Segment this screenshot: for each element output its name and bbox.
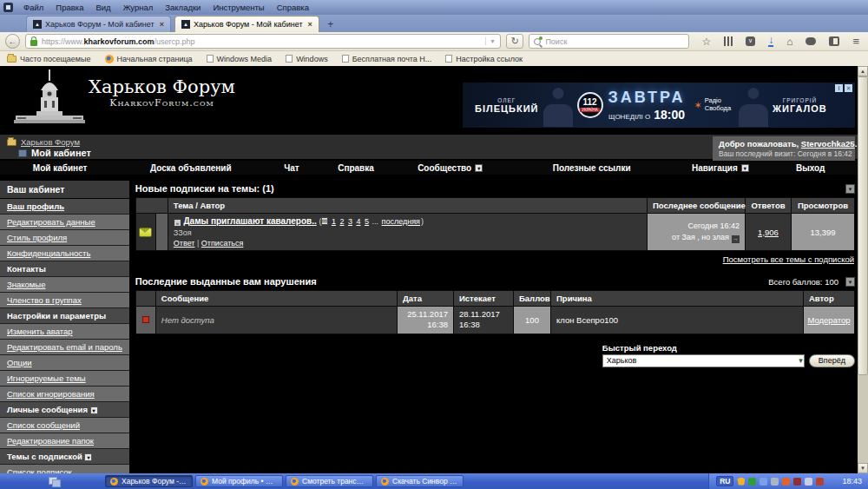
collapse-icon[interactable] <box>845 184 855 194</box>
thread-title-link[interactable]: Дамы приглашают кавалеров.. <box>183 216 316 226</box>
ad-close-icon[interactable]: × <box>845 84 852 92</box>
thread-goto-icon[interactable] <box>174 219 181 227</box>
tray-icon-2[interactable] <box>760 478 767 486</box>
url-dropdown-icon[interactable]: ▾ <box>485 37 496 45</box>
library-icon[interactable] <box>724 36 733 46</box>
nav-community[interactable]: Сообщество <box>391 163 510 173</box>
reload-button[interactable]: ↻ <box>506 34 523 49</box>
username-link[interactable]: Stervochka25 <box>801 139 855 149</box>
menu-edit[interactable]: Правка <box>49 2 89 13</box>
tray-icon-3[interactable] <box>771 478 779 486</box>
go-button[interactable]: Вперёд <box>809 354 855 367</box>
sidebar-item-message-list[interactable]: Список сообщений <box>0 418 129 433</box>
sidebar-item-options[interactable]: Опции <box>0 355 129 371</box>
moderator-link[interactable]: Модератор <box>807 315 850 325</box>
scroll-up-icon[interactable]: ▲ <box>858 66 868 76</box>
menu-file[interactable]: Файл <box>17 2 49 13</box>
bookmark-home-page[interactable]: Начальная страница <box>105 55 193 63</box>
scrollbar-thumb[interactable] <box>858 76 868 375</box>
sidebar-toggle-icon[interactable] <box>829 36 839 46</box>
ad-info-icon[interactable]: i <box>835 84 843 92</box>
menu-hamburger-icon[interactable]: ≡ <box>852 35 859 48</box>
page-link[interactable]: 1 <box>332 217 336 226</box>
tab-close-icon[interactable]: × <box>308 20 312 29</box>
tab-1[interactable]: ▲ Харьков Форум - Мой кабинет × <box>26 16 171 32</box>
tray-icon-5[interactable] <box>805 478 812 486</box>
bookmark-links-setup[interactable]: Настройка ссылок <box>445 55 523 63</box>
tray-volume-icon[interactable] <box>793 478 801 486</box>
bookmark-windows[interactable]: Windows <box>286 55 328 63</box>
goto-last-post-icon[interactable] <box>732 235 740 243</box>
sidebar-item-subscription-list[interactable]: Список подписок <box>0 465 129 473</box>
bookmark-windows-media[interactable]: Windows Media <box>207 55 273 63</box>
menu-tools[interactable]: Инструменты <box>207 2 270 13</box>
nav-help[interactable]: Справка <box>321 163 390 173</box>
forum-jump-select[interactable]: Харьков ▾ <box>602 354 805 367</box>
tray-icon-4[interactable] <box>782 478 790 486</box>
language-indicator[interactable]: RU <box>716 476 733 486</box>
bookmark-star-icon[interactable]: ☆ <box>701 36 711 48</box>
sidebar-item-profile-style[interactable]: Стиль профиля <box>0 230 129 246</box>
messenger-icon[interactable] <box>806 37 816 45</box>
taskbar-button-olx[interactable]: Мой профиль • OLX.u... <box>195 475 283 487</box>
reply-link[interactable]: Ответ <box>174 239 195 248</box>
home-icon[interactable]: ⌂ <box>786 36 792 48</box>
thread-pagination: ( 1 2 3 4 5 ... последняя) <box>319 217 424 226</box>
bookmark-free-mail[interactable]: Бесплатная почта H... <box>342 55 432 63</box>
dropdown-icon <box>475 164 483 172</box>
tray-icon-6[interactable] <box>827 478 835 486</box>
new-tab-button[interactable]: + <box>323 17 339 32</box>
search-box[interactable] <box>529 34 689 49</box>
page-icon <box>342 55 349 63</box>
tray-icon-1[interactable] <box>737 478 745 486</box>
taskbar-button-kharkov-forum[interactable]: Харьков Форум - Мой... <box>105 475 193 487</box>
bookmark-most-visited[interactable]: Часто посещаемые <box>7 55 91 63</box>
nav-navigation[interactable]: Навигация <box>674 163 768 173</box>
show-desktop-icon[interactable] <box>49 477 60 486</box>
view-all-subscriptions-link[interactable]: Посмотреть все темы с подпиской <box>723 254 854 264</box>
download-icon[interactable]: ↓ <box>768 36 773 47</box>
page-link[interactable]: 3 <box>348 217 352 226</box>
taskbar-button-download[interactable]: Скачать Синвор Роб... <box>376 475 464 487</box>
tray-shield-icon[interactable] <box>748 478 756 486</box>
back-button[interactable]: ← <box>5 34 20 49</box>
nav-useful-links[interactable]: Полезные ссылки <box>510 163 674 173</box>
sidebar-item-edit-avatar[interactable]: Изменить аватар <box>0 324 129 340</box>
menu-bookmarks[interactable]: Закладки <box>159 2 207 13</box>
nav-logout[interactable]: Выход <box>767 163 853 173</box>
site-logo[interactable]: Харьков Форум KharkovForum.com <box>14 69 235 125</box>
replies-count-link[interactable]: 1,906 <box>758 228 779 237</box>
pocket-icon[interactable] <box>746 36 755 46</box>
url-bar[interactable]: https://www.kharkovforum.com/usercp.php … <box>25 34 501 49</box>
collapse-icon[interactable] <box>845 277 855 287</box>
tray-network-icon[interactable] <box>816 478 824 486</box>
sidebar-item-groups[interactable]: Членство в группах <box>0 293 129 308</box>
unsubscribe-link[interactable]: Отписаться <box>201 239 244 248</box>
sidebar-item-ignore-list[interactable]: Список игнорирования <box>0 387 129 402</box>
nav-board[interactable]: Доска объявлений <box>120 163 261 173</box>
page-link[interactable]: 5 <box>365 217 369 226</box>
sidebar-item-ignored-threads[interactable]: Игнорируемые темы <box>0 371 129 387</box>
nav-chat[interactable]: Чат <box>261 163 321 173</box>
menu-view[interactable]: Вид <box>89 2 116 13</box>
menu-help[interactable]: Справка <box>271 2 315 13</box>
sidebar-item-edit-details[interactable]: Редактировать данные <box>0 215 129 230</box>
last-page-link[interactable]: последняя <box>382 217 420 226</box>
sidebar-item-edit-folders-pm[interactable]: Редактирование папок <box>0 433 129 449</box>
search-input[interactable] <box>545 37 684 46</box>
page-link[interactable]: 4 <box>356 217 360 226</box>
scroll-down-icon[interactable]: ▼ <box>858 463 868 473</box>
page-scrollbar[interactable]: ▲ ▼ <box>858 66 868 473</box>
taskbar-button-stream[interactable]: Смотреть трансляци... <box>286 475 373 487</box>
ad-banner[interactable]: ОЛЕГ БІЛЕЦЬКИЙ 112 УКРАЇНА ЗАВТРА ЩОНЕДІ… <box>463 83 855 128</box>
sidebar-item-edit-email-password[interactable]: Редактировать email и пароль <box>0 340 129 355</box>
sidebar-item-friends[interactable]: Знакомые <box>0 277 129 293</box>
page-link[interactable]: 2 <box>339 217 344 226</box>
tab-close-icon[interactable]: × <box>160 20 164 29</box>
nav-usercp[interactable]: Мой кабинет <box>0 163 120 173</box>
sidebar-item-profile[interactable]: Ваш профиль <box>0 199 129 215</box>
tab-2[interactable]: ▲ Харьков Форум - Мой кабинет × <box>174 16 319 32</box>
sidebar-item-privacy[interactable]: Конфиденциальность <box>0 246 129 261</box>
menu-history[interactable]: Журнал <box>117 2 160 13</box>
breadcrumb-root-link[interactable]: Харьков Форум <box>21 137 80 147</box>
